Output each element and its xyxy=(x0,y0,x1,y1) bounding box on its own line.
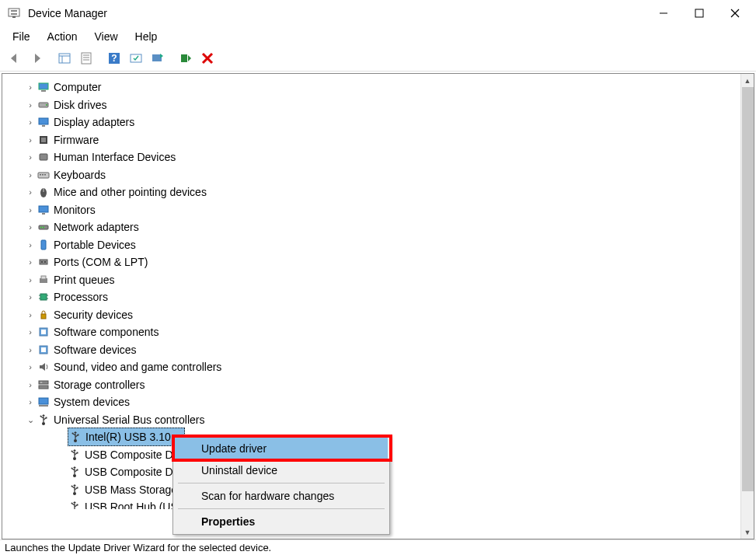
enable-device-button[interactable] xyxy=(176,48,196,68)
svg-rect-22 xyxy=(39,83,48,89)
system-icon xyxy=(37,396,51,408)
expander-icon[interactable]: › xyxy=(24,341,37,358)
tree-node[interactable]: ›Processors xyxy=(2,288,754,306)
tree-node[interactable]: ›Disk drives xyxy=(2,96,754,114)
back-button[interactable] xyxy=(5,48,25,68)
toolbar: ? xyxy=(0,47,756,72)
vertical-scrollbar[interactable]: ▲ ▼ xyxy=(740,74,754,539)
node-label: Mice and other pointing devices xyxy=(51,183,207,201)
scan-hardware-button[interactable] xyxy=(126,48,146,68)
svg-rect-57 xyxy=(41,347,46,352)
tree-node[interactable]: ›Software devices xyxy=(2,341,754,359)
tree-node[interactable]: ›Software components xyxy=(2,323,754,341)
svg-rect-62 xyxy=(39,405,48,407)
svg-point-67 xyxy=(74,439,77,442)
expander-icon[interactable]: › xyxy=(24,131,37,148)
expander-icon[interactable]: › xyxy=(24,79,37,96)
svg-point-75 xyxy=(73,474,76,477)
node-label: Portable Devices xyxy=(51,236,136,253)
expander-icon[interactable]: › xyxy=(24,393,37,410)
cpu-icon xyxy=(37,291,51,303)
expander-icon[interactable]: › xyxy=(24,113,37,131)
svg-rect-48 xyxy=(40,294,47,300)
node-label: System devices xyxy=(51,393,130,410)
svg-rect-23 xyxy=(41,90,46,92)
node-label: Computer xyxy=(51,79,101,96)
expander-icon[interactable]: › xyxy=(24,358,37,375)
node-label: Sound, video and game controllers xyxy=(51,358,221,375)
svg-rect-74 xyxy=(77,452,78,453)
svg-rect-55 xyxy=(41,330,46,334)
expander-icon[interactable]: › xyxy=(24,288,37,305)
scroll-up-arrow[interactable]: ▲ xyxy=(741,74,754,87)
uninstall-device-button[interactable] xyxy=(197,48,218,68)
svg-rect-42 xyxy=(41,240,46,250)
menu-help[interactable]: Help xyxy=(127,29,165,44)
tree-node[interactable]: ›Sound, video and game controllers xyxy=(2,358,754,376)
firmware-icon xyxy=(37,134,51,146)
tree-node[interactable]: ›Human Interface Devices xyxy=(2,148,754,166)
network-icon xyxy=(37,221,51,233)
node-label: Network adapters xyxy=(51,218,139,236)
expander-icon[interactable]: › xyxy=(24,183,37,201)
tree-node[interactable]: ›Mice and other pointing devices xyxy=(2,183,754,201)
svg-rect-53 xyxy=(41,314,46,319)
properties-button[interactable] xyxy=(76,48,96,68)
context-properties[interactable]: Properties xyxy=(175,511,388,532)
expander-icon[interactable]: › xyxy=(24,253,37,271)
expander-icon[interactable]: › xyxy=(24,218,37,236)
help-button[interactable]: ? xyxy=(104,48,124,68)
svg-point-71 xyxy=(73,457,76,460)
expander-icon[interactable]: › xyxy=(24,271,37,288)
tree-node[interactable]: ›Security devices xyxy=(2,306,754,324)
expander-icon[interactable]: › xyxy=(24,376,37,393)
svg-rect-86 xyxy=(77,504,78,506)
tree-node[interactable]: ›Monitors xyxy=(2,201,754,219)
expander-icon[interactable]: › xyxy=(24,306,37,323)
tree-node[interactable]: ›Ports (COM & LPT) xyxy=(2,253,754,271)
tree-node[interactable]: ›Portable Devices xyxy=(2,236,754,254)
expander-icon[interactable]: › xyxy=(24,236,37,253)
svg-rect-66 xyxy=(46,417,47,418)
expander-icon[interactable]: ⌄ xyxy=(24,411,37,428)
svg-point-60 xyxy=(40,382,43,383)
tree-node[interactable]: ›Print queues xyxy=(2,271,754,289)
scroll-down-arrow[interactable]: ▼ xyxy=(741,525,754,539)
svg-rect-26 xyxy=(39,118,48,124)
context-scan-hardware[interactable]: Scan for hardware changes xyxy=(175,485,388,507)
expander-icon[interactable]: › xyxy=(24,148,37,166)
menu-action[interactable]: Action xyxy=(40,29,85,44)
svg-rect-61 xyxy=(39,398,48,404)
tree-node[interactable]: ›Network adapters xyxy=(2,218,754,236)
menu-view[interactable]: View xyxy=(86,29,125,44)
svg-text:?: ? xyxy=(111,53,117,64)
expander-icon[interactable]: › xyxy=(24,96,37,113)
context-uninstall-device[interactable]: Uninstall device xyxy=(175,459,388,481)
update-driver-button[interactable] xyxy=(148,48,168,68)
portable-icon xyxy=(37,239,51,251)
scroll-thumb[interactable] xyxy=(742,87,754,491)
svg-rect-5 xyxy=(695,9,703,17)
tree-node[interactable]: ›System devices xyxy=(2,393,754,411)
svg-rect-34 xyxy=(44,174,46,176)
tree-node[interactable]: ›Display adapters xyxy=(2,113,754,131)
node-label: Security devices xyxy=(51,306,133,323)
tree-node[interactable]: ›Firmware xyxy=(2,131,754,149)
svg-rect-32 xyxy=(40,174,41,176)
expander-icon[interactable]: › xyxy=(24,201,37,218)
forward-button[interactable] xyxy=(26,48,47,68)
close-button[interactable] xyxy=(717,0,753,26)
tree-node[interactable]: ›Keyboards xyxy=(2,166,754,184)
context-update-driver[interactable]: Update driver xyxy=(175,438,388,459)
minimize-button[interactable] xyxy=(646,0,681,26)
svg-point-69 xyxy=(72,433,74,435)
menu-file[interactable]: File xyxy=(5,29,38,44)
expander-icon[interactable]: › xyxy=(24,323,37,340)
maximize-button[interactable] xyxy=(681,0,717,26)
tree-node[interactable]: ›Storage controllers xyxy=(2,376,754,394)
tree-node[interactable]: ⌄Universal Serial Bus controllers xyxy=(2,411,754,429)
tree-node[interactable]: ›Computer xyxy=(2,79,754,96)
expander-icon[interactable]: › xyxy=(24,166,37,183)
show-hide-button[interactable] xyxy=(54,48,75,68)
port-icon xyxy=(37,256,51,268)
